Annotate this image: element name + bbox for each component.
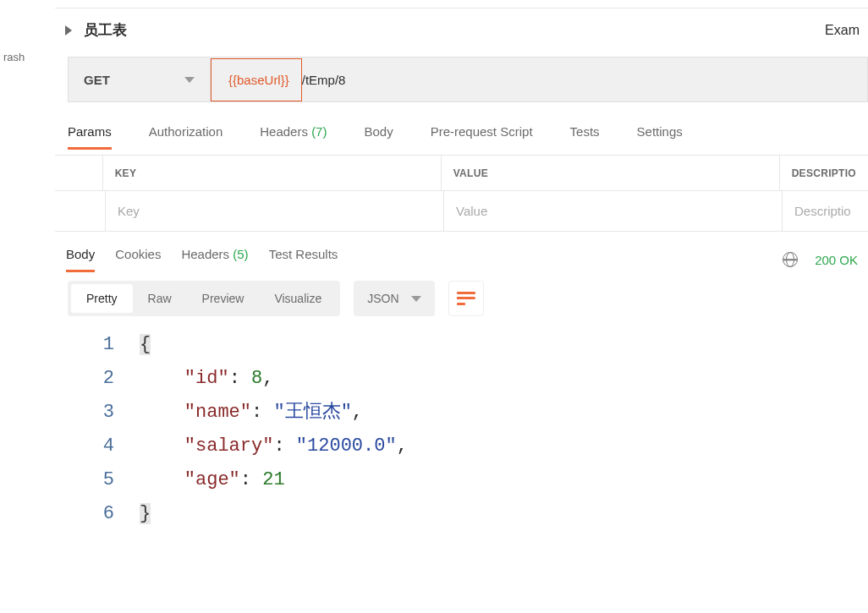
wrap-lines-button[interactable] [448, 281, 484, 316]
tab-headers-label: Headers [260, 124, 308, 139]
params-header-row: KEY VALUE DESCRIPTIO [55, 156, 868, 191]
editor-code[interactable]: { "id": 8, "name": "王恒杰", "salary": "120… [140, 328, 868, 531]
wrap-icon [457, 292, 475, 305]
view-controls: Pretty Raw Preview Visualize JSON [68, 281, 868, 316]
params-input-row[interactable]: Key Value Descriptio [55, 191, 868, 232]
main-panel: 员工表 Exam GET {{baseUrl}} /tEmp/8 Params … [55, 0, 868, 613]
status-text: 200 OK [815, 253, 858, 267]
view-mode-group: Pretty Raw Preview Visualize [68, 281, 340, 316]
collection-header[interactable]: 员工表 Exam [55, 8, 868, 52]
resp-tab-headers-label: Headers [181, 247, 229, 261]
expand-icon[interactable] [65, 25, 72, 36]
tab-headers[interactable]: Headers (7) [260, 124, 327, 150]
view-preview[interactable]: Preview [187, 284, 260, 313]
resp-tab-testresults[interactable]: Test Results [269, 247, 338, 272]
params-head-key: KEY [103, 156, 442, 190]
collection-title[interactable]: 员工表 [84, 20, 825, 40]
params-key-input[interactable]: Key [106, 191, 444, 231]
params-head-desc: DESCRIPTIO [780, 156, 868, 190]
http-method-label: GET [84, 73, 110, 87]
tab-authorization[interactable]: Authorization [149, 124, 223, 150]
resp-tab-cookies[interactable]: Cookies [115, 247, 161, 272]
http-method-select[interactable]: GET [69, 57, 211, 101]
url-variable-chip[interactable]: {{baseUrl}} [211, 58, 302, 101]
resp-tab-headers[interactable]: Headers (5) [181, 247, 248, 272]
params-spacer [55, 191, 106, 231]
resp-tab-headers-count: (5) [233, 247, 248, 261]
view-raw[interactable]: Raw [133, 284, 187, 313]
response-status-area: 200 OK [783, 252, 858, 267]
tab-headers-count: (7) [311, 124, 327, 139]
collection-right-label[interactable]: Exam [825, 23, 860, 38]
resp-tab-body[interactable]: Body [66, 247, 95, 272]
top-border [55, 0, 868, 8]
tab-tests[interactable]: Tests [570, 124, 600, 150]
chevron-down-icon [184, 77, 195, 83]
url-input[interactable]: {{baseUrl}} /tEmp/8 [211, 57, 867, 101]
view-pretty[interactable]: Pretty [71, 284, 133, 313]
tab-settings[interactable]: Settings [637, 124, 683, 150]
response-editor[interactable]: 123456 { "id": 8, "name": "王恒杰", "salary… [55, 328, 868, 531]
tab-prerequest[interactable]: Pre-request Script [431, 124, 533, 150]
chevron-down-icon [411, 296, 421, 302]
url-path[interactable]: /tEmp/8 [302, 73, 346, 87]
tab-params[interactable]: Params [68, 124, 112, 150]
language-select[interactable]: JSON [354, 281, 434, 316]
language-label: JSON [367, 292, 398, 305]
params-spacer [55, 156, 103, 190]
params-head-value: VALUE [442, 156, 780, 190]
request-bar: GET {{baseUrl}} /tEmp/8 [68, 57, 868, 102]
sidebar-trash-label[interactable]: rash [0, 51, 42, 63]
editor-gutter: 123456 [55, 328, 140, 531]
globe-icon[interactable] [783, 252, 798, 267]
response-tabs-row: Body Cookies Headers (5) Test Results 20… [55, 232, 868, 272]
response-tabs: Body Cookies Headers (5) Test Results [66, 247, 338, 272]
tab-body[interactable]: Body [364, 124, 393, 150]
request-tabs: Params Authorization Headers (7) Body Pr… [55, 102, 868, 150]
view-visualize[interactable]: Visualize [259, 284, 337, 313]
params-table: KEY VALUE DESCRIPTIO Key Value Descripti… [55, 155, 868, 232]
params-desc-input[interactable]: Descriptio [783, 191, 868, 231]
params-value-input[interactable]: Value [444, 191, 783, 231]
